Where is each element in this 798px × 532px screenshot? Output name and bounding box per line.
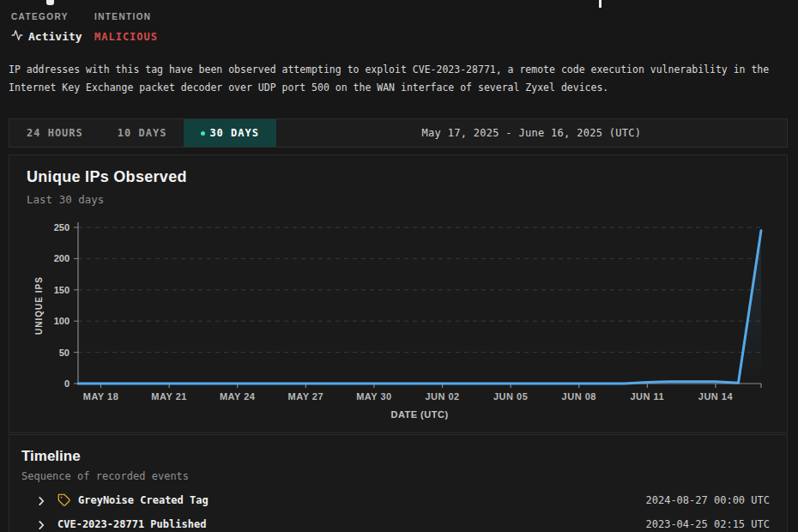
svg-text:200: 200 xyxy=(54,253,70,263)
tab-24-hours[interactable]: 24 HOURS xyxy=(9,119,100,147)
category-value: Activity xyxy=(28,30,82,43)
svg-text:MAY 24: MAY 24 xyxy=(220,391,256,402)
activity-pulse-icon xyxy=(11,29,23,44)
svg-text:MAY 21: MAY 21 xyxy=(151,391,187,402)
svg-text:JUN 02: JUN 02 xyxy=(425,391,459,402)
svg-text:250: 250 xyxy=(54,222,70,233)
svg-text:JUN 14: JUN 14 xyxy=(698,391,734,402)
timeline-event-timestamp: 2023-04-25 02:15 UTC xyxy=(646,518,771,530)
timeline-card: Timeline Sequence of recorded events Gre… xyxy=(9,434,788,532)
chart-svg: 050100150200250MAY 18MAY 21MAY 24MAY 27M… xyxy=(18,215,782,426)
svg-text:UNIQUE IPS: UNIQUE IPS xyxy=(34,276,44,335)
timeline-subtitle: Sequence of recorded events xyxy=(21,470,189,482)
svg-text:MAY 30: MAY 30 xyxy=(356,391,392,402)
intention-label: INTENTION xyxy=(94,12,178,21)
timeline-event-row[interactable]: CVE-2023-28771 Published2023-04-25 02:15… xyxy=(9,512,787,532)
selected-tab-dot-icon xyxy=(201,131,205,136)
tag-metadata: CATEGORY Activity INTENTION MALICIOUS xyxy=(11,12,178,44)
chart-title: Unique IPs Observed xyxy=(27,168,187,186)
timeline-event-label: GreyNoise Created Tag xyxy=(78,494,209,506)
svg-text:50: 50 xyxy=(59,348,70,358)
svg-text:MAY 18: MAY 18 xyxy=(83,391,119,402)
chevron-right-icon[interactable] xyxy=(35,494,47,506)
time-range-tabbar: 24 HOURS10 DAYS30 DAYS May 17, 2025 - Ju… xyxy=(9,118,788,148)
tag-icon xyxy=(57,493,71,507)
svg-text:JUN 11: JUN 11 xyxy=(630,391,664,402)
intention-column: INTENTION MALICIOUS xyxy=(94,12,178,44)
intention-value: MALICIOUS xyxy=(94,31,178,43)
category-column: CATEGORY Activity xyxy=(11,12,94,44)
category-label: CATEGORY xyxy=(11,12,94,21)
svg-text:JUN 08: JUN 08 xyxy=(562,391,596,402)
timeline-event-timestamp: 2024-08-27 00:00 UTC xyxy=(646,494,771,506)
chart-subtitle: Last 30 days xyxy=(27,193,104,206)
svg-text:100: 100 xyxy=(54,316,70,326)
timeline-event-row[interactable]: GreyNoise Created Tag2024-08-27 00:00 UT… xyxy=(9,488,787,512)
timeline-title: Timeline xyxy=(21,448,81,465)
tab-10-days[interactable]: 10 DAYS xyxy=(100,119,184,147)
svg-text:DATE (UTC): DATE (UTC) xyxy=(390,409,448,420)
cropped-page-title-fragment xyxy=(46,0,54,5)
timeline-event-label: CVE-2023-28771 Published xyxy=(57,518,206,530)
tab-30-days[interactable]: 30 DAYS xyxy=(184,119,276,147)
svg-text:JUN 05: JUN 05 xyxy=(493,391,528,402)
cropped-page-title-fragment xyxy=(599,0,602,8)
unique-ips-chart-card: Unique IPs Observed Last 30 days 0501001… xyxy=(9,154,788,433)
date-range-label: May 17, 2025 - June 16, 2025 (UTC) xyxy=(276,119,787,147)
svg-text:MAY 27: MAY 27 xyxy=(288,391,324,402)
chevron-right-icon[interactable] xyxy=(35,518,47,530)
svg-text:150: 150 xyxy=(54,285,70,295)
tag-description: IP addresses with this tag have been obs… xyxy=(9,61,791,97)
svg-text:0: 0 xyxy=(64,378,70,389)
